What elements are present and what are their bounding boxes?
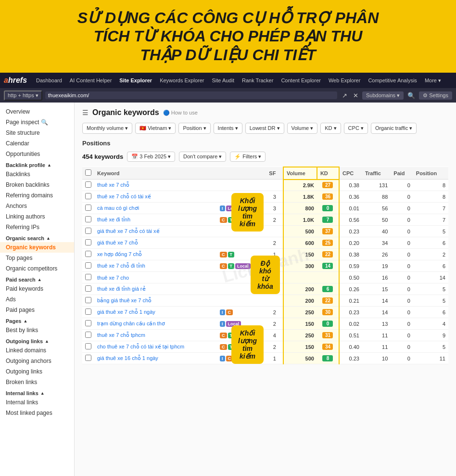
th-volume[interactable]: Volume: [283, 167, 317, 180]
th-traffic[interactable]: Traffic: [362, 167, 391, 180]
th-paid[interactable]: Paid: [391, 167, 413, 180]
filter-position[interactable]: Position ▾: [178, 123, 210, 134]
row-checkbox[interactable]: [85, 251, 91, 257]
sidebar-item-most-linked[interactable]: Most linked pages: [0, 408, 74, 418]
row-checkbox[interactable]: [85, 193, 91, 199]
sidebar-item-broken-links[interactable]: Broken links: [0, 377, 74, 387]
keyword-link[interactable]: trạm dừng chân cầu cần thơ: [97, 321, 165, 326]
external-link-icon[interactable]: ↗: [340, 91, 349, 100]
filters-button[interactable]: ⚡ Filters ▾: [230, 152, 266, 162]
keyword-link[interactable]: thuê xe 7 cho: [97, 275, 129, 281]
th-cpc[interactable]: CPC: [339, 167, 362, 180]
keyword-link[interactable]: cà mau có gì chơi: [97, 205, 139, 211]
th-kd[interactable]: KD: [317, 167, 339, 180]
keyword-link[interactable]: thuê xe 7 chỗ tphcm: [97, 332, 145, 338]
nav-competitive[interactable]: Competitive Analysis: [365, 76, 420, 85]
filter-country[interactable]: 🇻🇳 Vietnam ▾: [135, 123, 176, 134]
keyword-link[interactable]: giá thuê xe 7 chỗ có tài xế: [97, 228, 160, 234]
keyword-link[interactable]: giá thuê xe 16 chỗ 1 ngày: [97, 355, 158, 361]
row-checkbox[interactable]: [85, 216, 91, 222]
close-icon[interactable]: ✕: [351, 91, 360, 100]
sidebar-section-paid[interactable]: Paid search ▲: [0, 274, 74, 283]
nav-site-explorer[interactable]: Site Explorer: [116, 76, 155, 85]
row-checkbox[interactable]: [85, 274, 91, 280]
url-input[interactable]: [45, 91, 337, 99]
sidebar-item-referring-domains[interactable]: Referring domains: [0, 190, 74, 201]
row-checkbox[interactable]: [85, 355, 91, 361]
row-checkbox[interactable]: [85, 309, 91, 315]
th-position[interactable]: Position: [413, 167, 448, 180]
row-checkbox[interactable]: [85, 228, 91, 234]
sidebar-item-overview[interactable]: Overview: [0, 106, 74, 117]
row-checkbox[interactable]: [85, 297, 91, 303]
nav-dashboard[interactable]: Dashboard: [33, 76, 65, 85]
sidebar-section-backlink[interactable]: Backlink profile ▲: [0, 159, 74, 169]
how-to-link[interactable]: 🔵 How to use: [163, 110, 198, 116]
date-button[interactable]: 📅 3 Feb 2025 ▾: [127, 152, 175, 162]
sidebar-item-calendar[interactable]: Calendar: [0, 138, 74, 149]
row-checkbox[interactable]: [85, 205, 91, 211]
keyword-link[interactable]: thuê xe đi tỉnh giá rẻ: [97, 286, 146, 292]
row-checkbox[interactable]: [85, 239, 91, 245]
th-keyword[interactable]: Keyword: [94, 167, 217, 180]
settings-btn[interactable]: ⚙ Settings: [419, 91, 452, 100]
nav-rank-tracker[interactable]: Rank Tracker: [239, 76, 277, 85]
sidebar-item-outgoing-links[interactable]: Outgoing links: [0, 366, 74, 377]
keyword-link[interactable]: thuê xe đi tỉnh: [97, 217, 130, 222]
nav-content-explorer[interactable]: Content Explorer: [278, 76, 324, 85]
nav-ai-content[interactable]: AI Content Helper: [66, 76, 115, 85]
nav-more[interactable]: More ▾: [421, 76, 444, 86]
filter-kd[interactable]: KD ▾: [320, 123, 341, 134]
keyword-link[interactable]: giá thuê xe 7 chỗ 1 ngày: [97, 309, 155, 315]
sidebar-section-organic[interactable]: Organic search ▲: [0, 232, 74, 242]
th-sf[interactable]: SF: [266, 167, 283, 180]
row-checkbox[interactable]: [85, 343, 91, 349]
filter-volume[interactable]: Volume ▾: [287, 123, 318, 134]
sidebar-item-page-inspect[interactable]: Page inspect 🔍: [0, 117, 74, 128]
sidebar-item-anchors[interactable]: Anchors: [0, 201, 74, 211]
row-checkbox[interactable]: [85, 332, 91, 338]
sidebar-item-organic-keywords[interactable]: Organic keywords: [0, 242, 74, 253]
sidebar-item-linked-domains[interactable]: Linked domains: [0, 345, 74, 356]
filter-intents[interactable]: Intents ▾: [214, 123, 242, 134]
sidebar-item-opportunities[interactable]: Opportunities: [0, 149, 74, 159]
keyword-link[interactable]: thuê xe 7 chỗ có tài xế: [97, 193, 151, 199]
sidebar-item-best-by-links[interactable]: Best by links: [0, 325, 74, 335]
keyword-link[interactable]: xe hợp đồng 7 chỗ: [97, 251, 142, 257]
keyword-link[interactable]: thuê xe 7 chỗ đi tỉnh: [97, 263, 145, 269]
sidebar-item-paid-keywords[interactable]: Paid keywords: [0, 283, 74, 294]
keyword-link[interactable]: cho thuê xe 7 chỗ có tài xế tại tphcm: [97, 344, 184, 349]
compare-button[interactable]: Don't compare ▾: [179, 152, 226, 162]
search-icon[interactable]: 🔍: [405, 91, 417, 100]
filter-monthly-volume[interactable]: Monthly volume ▾: [82, 123, 132, 134]
sidebar-item-ads[interactable]: Ads: [0, 294, 74, 305]
sidebar-section-outgoing[interactable]: Outgoing links ▲: [0, 335, 74, 345]
sidebar-item-site-structure[interactable]: Site structure: [0, 128, 74, 138]
row-checkbox[interactable]: [85, 181, 91, 188]
sidebar-item-paid-pages[interactable]: Paid pages: [0, 305, 74, 315]
menu-icon[interactable]: ☰: [82, 109, 89, 116]
filter-cpc[interactable]: CPC ▾: [344, 123, 368, 134]
nav-web-explorer[interactable]: Web Explorer: [325, 76, 364, 85]
sidebar-item-linking-authors[interactable]: Linking authors: [0, 211, 74, 222]
sidebar-item-broken-backlinks[interactable]: Broken backlinks: [0, 180, 74, 190]
row-checkbox[interactable]: [85, 320, 91, 326]
sidebar-item-top-pages[interactable]: Top pages: [0, 253, 74, 263]
select-all-checkbox[interactable]: [85, 169, 91, 176]
filter-organic-traffic[interactable]: Organic traffic ▾: [371, 123, 417, 134]
nav-keywords-explorer[interactable]: Keywords Explorer: [156, 76, 207, 85]
row-checkbox[interactable]: [85, 285, 91, 292]
sidebar-section-internal[interactable]: Internal links ▲: [0, 387, 74, 397]
sidebar-item-referring-ips[interactable]: Referring IPs: [0, 222, 74, 232]
subdomains-btn[interactable]: Subdomains ▾: [362, 91, 404, 100]
protocol-selector[interactable]: http + https ▾: [4, 90, 42, 101]
sidebar-item-outgoing-anchors[interactable]: Outgoing anchors: [0, 356, 74, 366]
nav-site-audit[interactable]: Site Audit: [208, 76, 237, 85]
keyword-link[interactable]: bảng giá thuê xe 7 chỗ: [97, 297, 152, 303]
filter-lowest-dr[interactable]: Lowest DR ▾: [245, 123, 284, 134]
sidebar-item-internal-links[interactable]: Internal links: [0, 397, 74, 408]
sidebar-item-backlinks[interactable]: Backlinks: [0, 169, 74, 180]
keyword-link[interactable]: thuê xe 7 chỗ: [97, 182, 129, 188]
sidebar-section-pages[interactable]: Pages ▲: [0, 315, 74, 325]
sidebar-item-organic-competitors[interactable]: Organic competitors: [0, 263, 74, 274]
